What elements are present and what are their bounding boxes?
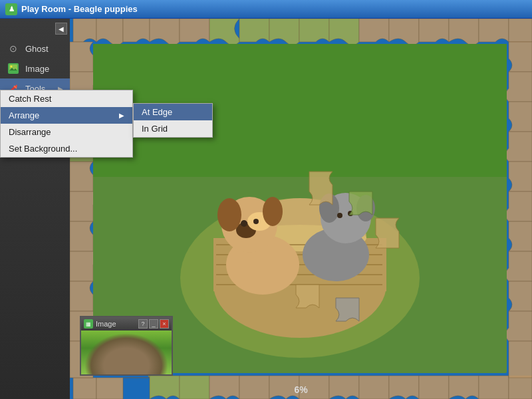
sidebar: ◀ ⊙ Ghost Image Tools ▶ Tray ? H <box>0 19 70 399</box>
image-thumbnail-panel: ▦ Image ? _ × <box>80 316 173 376</box>
menu-item-arrange[interactable]: Arrange ▶ <box>1 107 132 124</box>
title-bar: ♟ Play Room - Beagle puppies <box>0 0 532 19</box>
menu-item-catch-rest[interactable]: Catch Rest <box>1 90 132 107</box>
panel-image-icon: ▦ <box>84 319 93 329</box>
thumbnail-image <box>81 331 172 374</box>
svg-point-2 <box>11 66 13 68</box>
content-area: ▦ Image ? _ × 6% <box>70 19 532 399</box>
sidebar-toggle-button[interactable]: ◀ <box>55 23 67 35</box>
image-panel-help-button[interactable]: ? <box>138 319 148 329</box>
image-panel-close-button[interactable]: × <box>160 319 169 329</box>
arrange-arrow: ▶ <box>119 112 124 119</box>
image-panel-content <box>81 331 172 374</box>
image-panel-titlebar: ▦ Image ? _ × <box>81 317 172 331</box>
sidebar-label-ghost: Ghost <box>25 44 49 54</box>
ghost-icon: ⊙ <box>7 42 20 55</box>
window-title: Play Room - Beagle puppies <box>21 4 138 14</box>
arrange-label: Arrange <box>9 110 39 120</box>
catch-rest-label: Catch Rest <box>9 94 51 104</box>
tools-menu: Catch Rest Arrange ▶ Disarrange Set Back… <box>0 90 133 158</box>
disarrange-label: Disarrange <box>9 127 51 137</box>
in-grid-label: In Grid <box>142 124 168 134</box>
sidebar-item-ghost[interactable]: ⊙ Ghost <box>0 39 70 59</box>
menu-item-set-background[interactable]: Set Background... <box>1 140 132 157</box>
app-icon: ♟ <box>5 3 17 15</box>
arrange-submenu: At Edge In Grid <box>133 103 213 138</box>
at-edge-label: At Edge <box>142 107 172 117</box>
sidebar-label-image: Image <box>25 64 49 74</box>
main-layout: ◀ ⊙ Ghost Image Tools ▶ Tray ? H <box>0 19 532 399</box>
status-bar: 6% <box>70 380 532 399</box>
submenu-item-at-edge[interactable]: At Edge <box>134 104 212 120</box>
sidebar-item-image[interactable]: Image <box>0 59 70 78</box>
image-panel-minimize-button[interactable]: _ <box>149 319 158 329</box>
submenu-item-in-grid[interactable]: In Grid <box>134 120 212 137</box>
image-icon <box>7 62 20 75</box>
set-background-label: Set Background... <box>9 144 77 154</box>
sidebar-toggle-area: ◀ <box>0 21 70 36</box>
image-panel-buttons: ? _ × <box>138 319 169 329</box>
image-panel-title: Image <box>96 320 116 328</box>
progress-text: 6% <box>294 384 307 395</box>
menu-item-disarrange[interactable]: Disarrange <box>1 124 132 140</box>
